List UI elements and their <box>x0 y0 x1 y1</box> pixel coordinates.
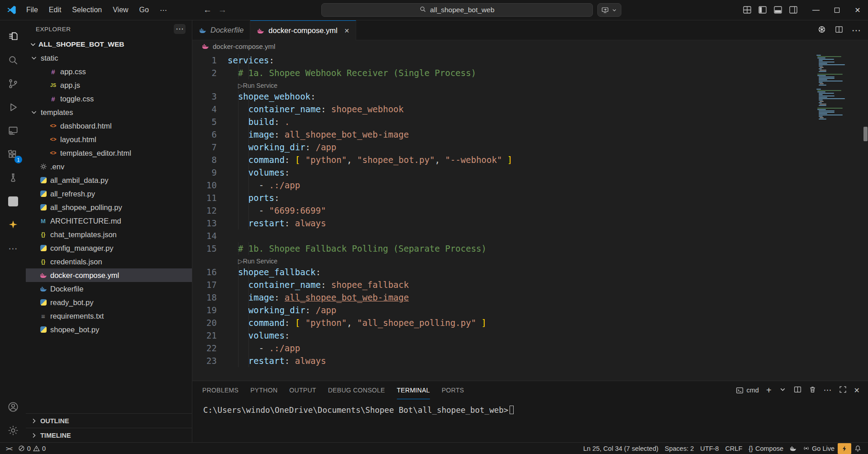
extensions-icon[interactable]: 1 <box>0 143 26 166</box>
cursor-position[interactable]: Ln 25, Col 34 (7 selected) <box>580 443 662 454</box>
tree-item-chat-templates-json[interactable]: {}chat_templates.json <box>26 228 192 241</box>
indentation-status[interactable]: Spaces: 2 <box>662 443 697 454</box>
maximize-button[interactable] <box>826 0 847 20</box>
file-label: all_refresh.py <box>50 190 95 198</box>
language-mode[interactable]: {} Compose <box>745 443 787 454</box>
tree-item-all-refresh-py[interactable]: all_refresh.py <box>26 187 192 201</box>
account-icon[interactable] <box>0 395 26 419</box>
tab-dockerfile[interactable]: Dockerfile <box>192 20 250 40</box>
breadcrumb[interactable]: docker-compose.yml <box>192 40 868 52</box>
sidebar-section-outline[interactable]: OUTLINE <box>26 413 192 428</box>
tree-item-app-css[interactable]: #app.css <box>26 65 192 78</box>
line-number: 6 <box>192 128 217 141</box>
titlebar-secondary-control[interactable] <box>597 3 621 17</box>
menu-more[interactable]: ⋯ <box>155 4 172 16</box>
close-window-button[interactable]: ✕ <box>847 0 868 20</box>
problems-status[interactable]: 0 0 <box>15 443 49 454</box>
run-debug-icon[interactable] <box>0 96 26 119</box>
menu-go[interactable]: Go <box>135 4 153 16</box>
tree-item-static[interactable]: static <box>26 51 192 65</box>
codelens-run-service[interactable]: ▷Run Service <box>192 258 277 265</box>
minimize-button[interactable]: — <box>806 0 826 20</box>
tree-item-shopee-bot-py[interactable]: shopee_bot.py <box>26 323 192 336</box>
tab-docker-compose-yml[interactable]: docker-compose.yml✕ <box>250 20 356 40</box>
panel-tab-problems[interactable]: PROBLEMS <box>202 381 238 399</box>
editor-more-actions-icon[interactable]: ⋯ <box>852 25 861 36</box>
panel-tab-terminal[interactable]: TERMINAL <box>397 381 430 399</box>
forward-arrow[interactable]: → <box>218 5 227 15</box>
source-control-icon[interactable] <box>0 72 26 96</box>
tree-item-architecture-md[interactable]: MARCHITECTURE.md <box>26 214 192 228</box>
search-activity-icon[interactable] <box>0 48 26 72</box>
image-name-link[interactable]: all_shopee_bot_web-image <box>285 292 409 302</box>
toggle-secondary-sidebar-icon[interactable] <box>789 6 797 14</box>
panel-tab-debug-console[interactable]: DEBUG CONSOLE <box>328 381 385 399</box>
docker-status-icon[interactable] <box>787 443 800 454</box>
tree-item-credentials-json[interactable]: {}credentials.json <box>26 255 192 268</box>
eol-status[interactable]: CRLF <box>722 443 745 454</box>
tree-item-all-ambil-data-py[interactable]: all_ambil_data.py <box>26 173 192 187</box>
tree-item-app-js[interactable]: JSapp.js <box>26 78 192 92</box>
tree-item-toggle-css[interactable]: #toggle.css <box>26 92 192 105</box>
menu-file[interactable]: File <box>22 4 43 16</box>
remote-indicator[interactable]: >< <box>3 443 15 454</box>
settings-gear-icon[interactable] <box>0 419 26 442</box>
tree-item-dockerfile[interactable]: Dockerfile <box>26 282 192 296</box>
thunder-client-button[interactable] <box>838 443 851 454</box>
html-icon: <> <box>49 123 57 129</box>
new-terminal-button[interactable]: + <box>766 385 772 396</box>
python-icon <box>39 191 47 197</box>
tree-item-env[interactable]: .env <box>26 160 192 173</box>
toggle-primary-sidebar-icon[interactable] <box>758 6 767 14</box>
panel-tab-output[interactable]: OUTPUT <box>289 381 316 399</box>
panel-tab-ports[interactable]: PORTS <box>442 381 464 399</box>
menu-edit[interactable]: Edit <box>44 4 66 16</box>
panel-more-actions-icon[interactable]: ⋯ <box>824 385 832 395</box>
sparkle-extension-icon[interactable] <box>0 213 26 237</box>
terminal-cursor <box>510 406 514 414</box>
command-center-search[interactable]: all_shopee_bot_web <box>321 3 593 17</box>
tree-item-all-shopee-polling-py[interactable]: all_shopee_polling.py <box>26 201 192 214</box>
go-live-button[interactable]: Go Live <box>800 443 838 454</box>
terminal-shell-chip[interactable]: cmd <box>736 387 759 394</box>
tree-item-templates-editor-html[interactable]: <>templates_editor.html <box>26 146 192 160</box>
menu-selection[interactable]: Selection <box>67 4 106 16</box>
sidebar-section-timeline[interactable]: TIMELINE <box>26 428 192 442</box>
codelens-run-service[interactable]: ▷Run Service <box>192 82 277 89</box>
editor-scrollbar-thumb[interactable] <box>863 127 868 141</box>
extension-square-icon[interactable] <box>0 190 26 213</box>
maximize-panel-icon[interactable] <box>839 386 847 395</box>
tree-item-layout-html[interactable]: <>layout.html <box>26 133 192 146</box>
close-icon[interactable]: ✕ <box>344 27 350 34</box>
tree-item-docker-compose-yml[interactable]: docker-compose.yml <box>26 268 192 282</box>
close-panel-icon[interactable]: ✕ <box>854 386 860 395</box>
back-arrow[interactable]: ← <box>203 5 212 15</box>
panel-tab-python[interactable]: PYTHON <box>250 381 277 399</box>
notifications-bell-icon[interactable] <box>851 443 864 454</box>
tree-item-requirements-txt[interactable]: ≡requirements.txt <box>26 309 192 323</box>
testing-icon[interactable] <box>0 166 26 190</box>
explorer-more-actions-button[interactable]: ⋯ <box>174 24 186 34</box>
more-activity-icon[interactable]: ⋯ <box>0 237 26 260</box>
docker-icon <box>199 27 206 34</box>
terminal-dropdown-icon[interactable] <box>779 386 787 395</box>
kill-terminal-icon[interactable] <box>809 386 816 395</box>
encoding-status[interactable]: UTF-8 <box>697 443 722 454</box>
editor-area[interactable]: 1services:2 # 1a. Shopee Webhook Receive… <box>192 52 868 381</box>
remote-explorer-icon[interactable] <box>0 119 26 143</box>
split-terminal-icon[interactable] <box>794 386 801 395</box>
file-label: Dockerfile <box>50 285 83 293</box>
tree-item-dashboard-html[interactable]: <>dashboard.html <box>26 119 192 133</box>
tree-item-ready-bot-py[interactable]: ready_bot.py <box>26 296 192 309</box>
workspace-root-folder[interactable]: ALL_SHOPEE_BOT_WEB <box>26 38 192 51</box>
tree-item-templates[interactable]: templates <box>26 105 192 119</box>
menu-view[interactable]: View <box>108 4 133 16</box>
tree-item-config-manager-py[interactable]: config_manager.py <box>26 241 192 255</box>
split-editor-icon[interactable] <box>835 25 844 36</box>
toggle-panel-icon[interactable] <box>774 6 782 14</box>
terminal-content[interactable]: C:\Users\windo\OneDrive\Documents\Shopee… <box>192 399 868 442</box>
minimap[interactable] <box>816 55 863 120</box>
gpt-extension-icon[interactable] <box>817 25 826 36</box>
explorer-icon[interactable] <box>0 25 26 48</box>
customize-layout-icon[interactable] <box>743 6 751 14</box>
